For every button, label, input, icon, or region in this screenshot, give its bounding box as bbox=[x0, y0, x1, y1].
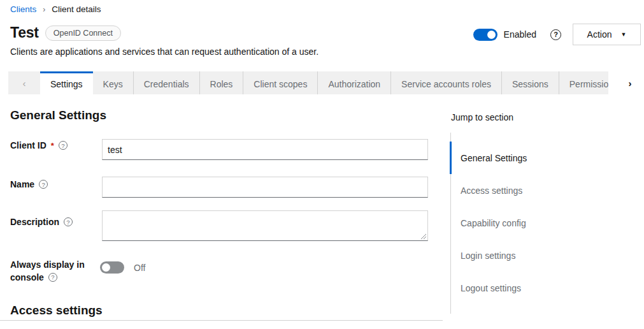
section-divider bbox=[0, 320, 443, 321]
tabs-scroll-left-button[interactable]: ‹ bbox=[8, 71, 40, 94]
jump-item-login-settings[interactable]: Login settings bbox=[451, 239, 617, 272]
jump-item-capability-config[interactable]: Capability config bbox=[451, 207, 617, 239]
jump-to-section-title: Jump to section bbox=[451, 112, 513, 122]
breadcrumb-current: Client details bbox=[52, 4, 101, 14]
client-id-help-icon[interactable]: ? bbox=[59, 141, 68, 150]
always-display-label: Always display in console ? bbox=[10, 258, 96, 284]
breadcrumb-clients-link[interactable]: Clients bbox=[10, 4, 36, 14]
tab-permissions[interactable]: Permissions bbox=[559, 71, 608, 94]
description-label-text: Description bbox=[10, 217, 59, 227]
tab-service-accounts-roles[interactable]: Service accounts roles bbox=[390, 71, 501, 94]
tab-sessions[interactable]: Sessions bbox=[501, 71, 559, 94]
toggle-knob bbox=[487, 31, 496, 39]
name-label: Name ? bbox=[10, 179, 48, 189]
always-display-toggle[interactable] bbox=[100, 261, 124, 274]
tab-settings[interactable]: Settings bbox=[40, 71, 93, 94]
access-settings-heading: Access settings bbox=[10, 303, 103, 318]
tabs-scroll-right-button[interactable]: › bbox=[618, 71, 642, 94]
always-display-label-line2: console bbox=[10, 271, 44, 284]
jump-to-section-nav: General Settings Access settings Capabil… bbox=[450, 133, 617, 314]
jump-item-access-settings[interactable]: Access settings bbox=[451, 174, 617, 207]
name-input[interactable] bbox=[102, 177, 428, 198]
page-title: Test bbox=[10, 24, 39, 41]
action-dropdown-label: Action bbox=[587, 29, 612, 40]
tab-authorization[interactable]: Authorization bbox=[317, 71, 390, 94]
chevron-right-icon: › bbox=[629, 78, 632, 89]
enabled-label: Enabled bbox=[504, 29, 536, 40]
description-label: Description ? bbox=[10, 217, 73, 227]
page-subtitle: Clients are applications and services th… bbox=[10, 47, 318, 57]
description-help-icon[interactable]: ? bbox=[64, 217, 73, 226]
tab-keys[interactable]: Keys bbox=[93, 71, 133, 94]
protocol-badge: OpenID Connect bbox=[45, 26, 121, 41]
breadcrumb: Clients › Client details bbox=[10, 4, 101, 14]
tab-client-scopes[interactable]: Client scopes bbox=[243, 71, 317, 94]
tab-credentials[interactable]: Credentials bbox=[133, 71, 199, 94]
help-icon[interactable]: ? bbox=[550, 29, 561, 40]
enabled-toggle[interactable] bbox=[473, 29, 497, 41]
tab-roles[interactable]: Roles bbox=[199, 71, 243, 94]
jump-item-general-settings[interactable]: General Settings bbox=[450, 142, 617, 174]
name-label-text: Name bbox=[10, 179, 34, 189]
name-help-icon[interactable]: ? bbox=[39, 180, 48, 189]
header-controls: Enabled ? Action ▼ bbox=[473, 24, 641, 45]
always-display-state-text: Off bbox=[134, 263, 145, 273]
client-id-input[interactable] bbox=[102, 139, 428, 160]
general-settings-heading: General Settings bbox=[10, 108, 106, 122]
description-textarea[interactable] bbox=[102, 210, 428, 241]
always-display-label-line1: Always display in bbox=[10, 260, 85, 270]
action-dropdown-button[interactable]: Action ▼ bbox=[573, 24, 641, 45]
chevron-down-icon: ▼ bbox=[621, 31, 627, 38]
breadcrumb-separator-icon: › bbox=[43, 5, 45, 14]
jump-item-logout-settings[interactable]: Logout settings bbox=[451, 272, 617, 304]
chevron-left-icon: ‹ bbox=[23, 78, 26, 89]
client-id-label-text: Client ID bbox=[10, 140, 47, 150]
toggle-knob bbox=[102, 263, 110, 272]
tab-bar: ‹ Settings Keys Credentials Roles Client… bbox=[8, 71, 608, 94]
required-asterisk: * bbox=[51, 141, 54, 150]
always-display-help-icon[interactable]: ? bbox=[48, 273, 57, 282]
client-id-label: Client ID * ? bbox=[10, 140, 68, 150]
title-row: Test OpenID Connect bbox=[10, 24, 121, 41]
